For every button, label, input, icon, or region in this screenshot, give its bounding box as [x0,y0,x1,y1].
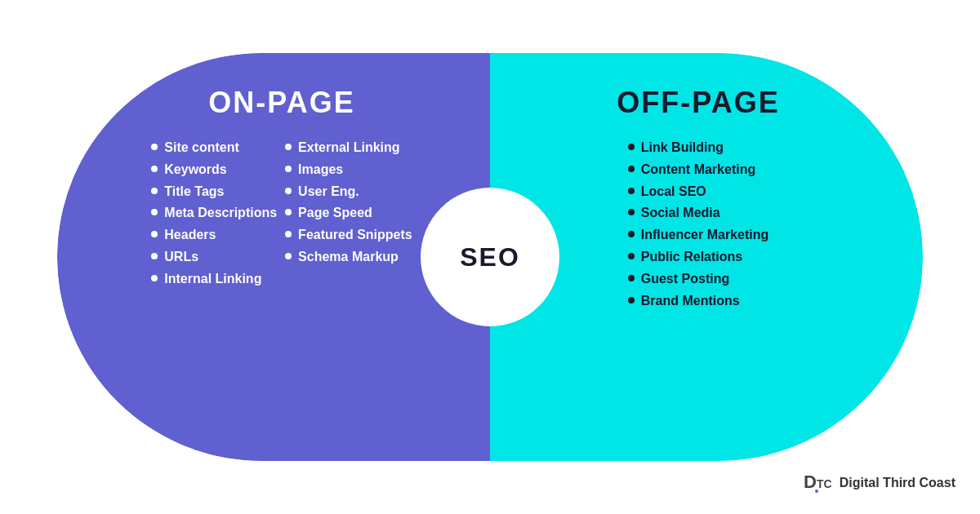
on-page-columns: Site contentKeywordsTitle TagsMeta Descr… [90,140,474,288]
list-item: Keywords [151,162,277,179]
list-item: Local SEO [628,184,768,201]
bullet-dot [285,209,292,215]
off-page-columns: Link BuildingContent MarketingLocal SEOS… [506,140,890,309]
main-diagram: ON-PAGE Site contentKeywordsTitle TagsMe… [57,53,923,461]
on-page-col2: External LinkingImagesUser Eng.Page Spee… [285,140,412,288]
on-page-title: ON-PAGE [208,86,354,120]
list-item: Title Tags [151,184,277,201]
bullet-dot [628,231,635,237]
bullet-dot [628,275,635,281]
svg-point-3 [815,490,818,493]
list-item: Schema Markup [285,249,412,266]
list-item: Meta Descriptions [151,205,277,222]
list-item: External Linking [285,140,412,157]
list-item: Internal Linking [151,271,277,288]
bullet-dot [285,188,292,194]
seo-circle: SEO [421,188,559,326]
bullet-dot [285,166,292,172]
list-item: Site content [151,140,277,157]
list-item: Public Relations [628,249,768,266]
bullet-dot [628,144,635,150]
bullet-dot [285,144,292,150]
list-item: Page Speed [285,205,412,222]
bullet-dot [285,253,292,259]
svg-text:TC: TC [817,477,831,490]
bullet-dot [151,275,158,281]
list-item: Headers [151,227,277,244]
logo-area: D TC Digital Third Coast [802,468,956,498]
list-item: Guest Posting [628,271,768,288]
bullet-dot [628,209,635,215]
bullet-dot [151,231,158,237]
list-item: Images [285,162,412,179]
bullet-dot [151,188,158,194]
list-item: Link Building [628,140,768,157]
svg-text:D: D [804,472,817,492]
bullet-dot [151,253,158,259]
bullet-dot [628,297,635,304]
list-item: Featured Snippets [285,227,412,244]
bullet-dot [628,188,635,194]
off-page-col1: Link BuildingContent MarketingLocal SEOS… [628,140,768,309]
bullet-dot [151,166,158,172]
list-item: Social Media [628,205,768,222]
list-item: User Eng. [285,184,412,201]
bullet-dot [151,209,158,215]
list-item: Influencer Marketing [628,227,768,244]
dtc-logo-icon: D TC [802,468,831,498]
list-item: Content Marketing [628,162,768,179]
off-page-title: OFF-PAGE [617,86,779,120]
list-item: URLs [151,249,277,266]
on-page-col1: Site contentKeywordsTitle TagsMeta Descr… [151,140,277,288]
bullet-dot [628,253,635,259]
logo-text: Digital Third Coast [840,475,956,490]
bullet-dot [151,144,158,150]
list-item: Brand Mentions [628,293,768,310]
seo-label: SEO [460,242,520,273]
bullet-dot [628,166,635,172]
bullet-dot [285,231,292,237]
